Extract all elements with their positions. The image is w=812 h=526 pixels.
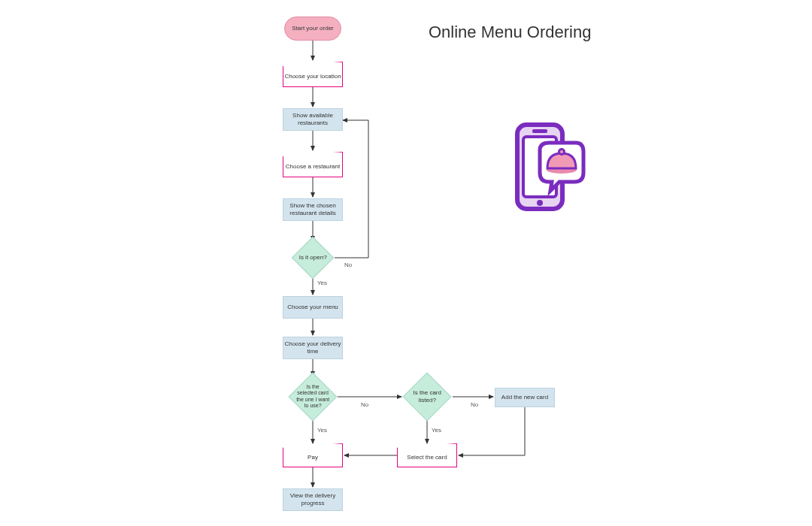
flowchart-canvas: Online Menu Ordering Start xyxy=(0,0,812,526)
node-card-listed-label: Is the card listed? xyxy=(411,389,444,404)
edge-card-selected-yes: Yes xyxy=(317,427,327,434)
node-pay-label: Pay xyxy=(283,443,343,467)
node-start-label: Start your order xyxy=(292,25,334,32)
node-select-card-label: Select the card xyxy=(397,443,457,467)
node-view-progress-label: View the delivery progress xyxy=(283,492,342,506)
node-choose-restaurant-label: Choose a restaurant xyxy=(283,152,343,177)
node-choose-menu-label: Choose your menu xyxy=(287,304,338,311)
node-is-open-label: Is it open? xyxy=(298,254,327,261)
node-show-restaurants-label: Show available restaurants xyxy=(283,112,342,126)
node-view-progress: View the delivery progress xyxy=(283,488,343,511)
node-select-card: Select the card xyxy=(397,443,457,467)
node-is-open: Is it open? xyxy=(292,237,335,280)
diagram-title: Online Menu Ordering xyxy=(429,23,591,42)
node-choose-location-label: Choose your location xyxy=(283,62,343,87)
edge-is-open-yes: Yes xyxy=(317,280,327,286)
node-show-details-label: Show the chosen restaurant details xyxy=(283,202,342,216)
node-card-listed: Is the card listed? xyxy=(402,372,451,421)
node-choose-location: Choose your location xyxy=(283,62,343,87)
node-choose-menu: Choose your menu xyxy=(283,296,343,319)
node-add-card-label: Add the new card xyxy=(501,394,548,401)
edge-is-open-no: No xyxy=(344,261,352,268)
node-add-card: Add the new card xyxy=(495,388,555,407)
edge-card-listed-yes: Yes xyxy=(432,427,441,434)
svg-rect-16 xyxy=(532,129,547,133)
node-choose-time: Choose your delivery time xyxy=(283,337,343,359)
node-show-restaurants: Show available restaurants xyxy=(283,108,343,131)
node-pay: Pay xyxy=(283,443,343,467)
svg-point-19 xyxy=(559,150,565,155)
svg-point-17 xyxy=(537,200,543,206)
edge-card-listed-no: No xyxy=(471,401,478,408)
node-start: Start your order xyxy=(284,17,341,41)
edge-card-selected-no: No xyxy=(361,401,368,408)
node-show-details: Show the chosen restaurant details xyxy=(283,198,343,221)
node-choose-time-label: Choose your delivery time xyxy=(283,340,342,355)
node-card-selected-label: Is the selected card the one I want to u… xyxy=(296,384,329,410)
node-choose-restaurant: Choose a restaurant xyxy=(283,152,343,177)
node-card-selected: Is the selected card the one I want to u… xyxy=(288,372,337,421)
phone-food-order-icon xyxy=(504,120,586,218)
